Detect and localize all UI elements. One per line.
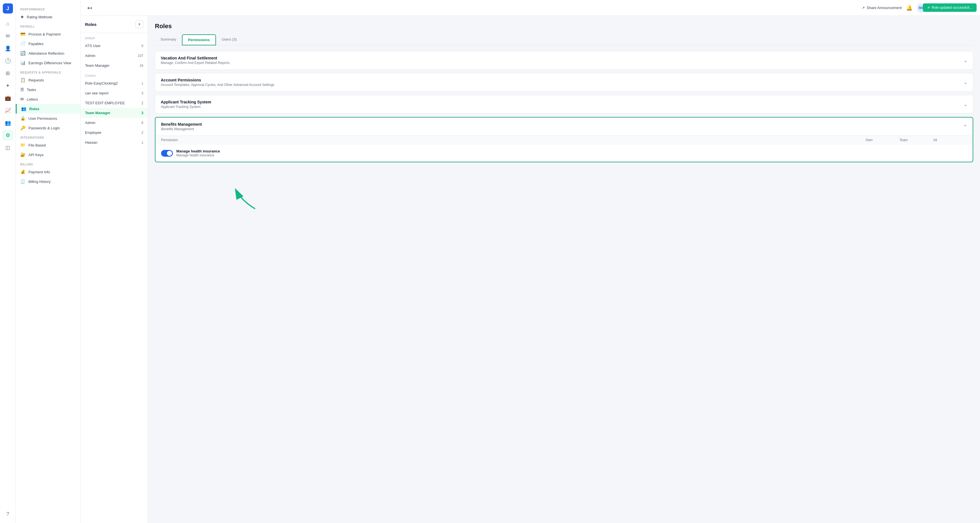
perm-desc-health-insurance: Manage health insurance (176, 153, 220, 157)
share-icon: ↗ (862, 6, 865, 10)
sidebar-item-letters[interactable]: ✉ Letters (16, 94, 80, 104)
role-count: 3 (142, 111, 143, 115)
add-role-button[interactable]: + (135, 20, 143, 28)
nav-mail[interactable]: ✉ (2, 30, 14, 42)
nav-chart[interactable]: 📈 (2, 105, 14, 116)
role-item-team-manager[interactable]: Team Manager 24 (81, 61, 148, 70)
roles-icon: 👥 (21, 106, 27, 111)
role-name: Hassan (85, 140, 97, 145)
sidebar-item-rating-methods[interactable]: ★ Rating Methods (16, 12, 80, 22)
roles-panel: Roles + Default ATS User 0 Admin 107 Tea… (81, 16, 148, 523)
role-item-team-manager-custom[interactable]: Team Manager 3 (81, 108, 148, 118)
role-count: 1 (142, 81, 143, 85)
perm-section-benefits-title: Benefits Management (161, 122, 202, 126)
perm-section-benefits: Benefits Management Benefits Management … (155, 117, 973, 162)
sidebar-item-tasks[interactable]: ☰ Tasks (16, 85, 80, 94)
nav-grid[interactable]: ⊞ (2, 68, 14, 79)
perm-section-account-sub: Account Templates, Approval Cycles, And … (161, 83, 274, 87)
perm-section-vacation-sub: Manage, Confirm And Export Related Repor… (161, 61, 229, 65)
tab-summary[interactable]: Summary (155, 34, 182, 45)
payables-icon: 📄 (20, 41, 25, 46)
sidebar-section-billing: BILLING (16, 159, 80, 167)
health-insurance-toggle[interactable] (161, 150, 173, 157)
nav-help[interactable]: ? (2, 509, 14, 520)
header-left: ↤ (87, 5, 92, 11)
lock-icon: 🔒 (20, 116, 25, 121)
sidebar-item-billing-history[interactable]: 🧾 Billing History (16, 177, 80, 186)
nav-home[interactable]: ⌂ (2, 18, 14, 29)
toast-notification: ✔ Role updated successfull... (923, 3, 977, 12)
nav-modules[interactable]: ◫ (2, 142, 14, 153)
nav-people[interactable]: 👥 (2, 117, 14, 129)
role-item-employee[interactable]: Employee 2 (81, 128, 148, 137)
role-name: Admin (85, 54, 95, 58)
sidebar-item-process-payment[interactable]: 💳 Process & Payment (16, 29, 80, 39)
app-logo[interactable]: J (3, 3, 13, 14)
perm-section-account: Account Permissions Account Templates, A… (155, 73, 973, 92)
perm-row-health-insurance: Manage health insurance Manage health in… (156, 144, 973, 162)
role-item-easyclocking2[interactable]: Role EasyClocking2 1 (81, 78, 148, 88)
role-count: 3 (142, 91, 143, 95)
role-count: 2 (142, 101, 143, 105)
key-icon: 🔑 (20, 125, 25, 131)
nav-rocket[interactable]: ✦ (2, 80, 14, 91)
role-name: Employee (85, 131, 101, 135)
role-item-hassan[interactable]: Hassan 1 (81, 137, 148, 147)
role-item-can-see-report[interactable]: can see report 3 (81, 88, 148, 98)
attendance-icon: 🔄 (20, 51, 25, 56)
arrow-annotation (230, 183, 264, 212)
role-name: Team Manager (85, 64, 110, 68)
role-count: 0 (142, 44, 143, 48)
tabs: Summary Permissions Users (3) (155, 34, 973, 45)
sidebar-item-payment-info[interactable]: 💰 Payment Info (16, 167, 80, 177)
nav-briefcase[interactable]: 💼 (2, 92, 14, 104)
role-item-test-edit-employee[interactable]: TEST EDIT EMPLOYEE 2 (81, 98, 148, 108)
role-item-admin-custom[interactable]: Admin 6 (81, 118, 148, 128)
share-announcement-button[interactable]: ↗ Share Announcement (862, 6, 902, 10)
detail-panel: Roles Summary Permissions Users (3) Vaca… (148, 16, 980, 523)
sidebar-item-passwords[interactable]: 🔑 Passwords & Login (16, 123, 80, 133)
role-count: 107 (138, 54, 143, 58)
sidebar-item-user-permissions[interactable]: 🔒 User Permissions (16, 113, 80, 123)
role-count: 24 (140, 64, 143, 68)
payment-info-icon: 💰 (20, 169, 25, 174)
roles-panel-header: Roles + (81, 16, 148, 33)
perm-section-account-title: Account Permissions (161, 78, 274, 82)
sidebar-item-file-based[interactable]: 📁 File Based (16, 140, 80, 150)
sidebar-item-requests[interactable]: 📋 Requests (16, 75, 80, 85)
col-own: Own (865, 138, 899, 142)
icon-bar: J ⌂ ✉ 👤 🕐 ⊞ ✦ 💼 📈 👥 ⚙ ◫ ? (0, 0, 16, 523)
role-count: 6 (142, 121, 143, 125)
sidebar-item-payables[interactable]: 📄 Payables (16, 39, 80, 48)
main-area: ↤ ↗ Share Announcement 🔔 MA Mohammed Ahm… (81, 0, 980, 523)
sidebar-item-attendance[interactable]: 🔄 Attendance Reflection (16, 48, 80, 58)
roles-list: Default ATS User 0 Admin 107 Team Manage… (81, 33, 148, 523)
tab-users[interactable]: Users (3) (216, 34, 242, 45)
chevron-down-icon: ⌄ (964, 80, 967, 85)
sidebar-item-earnings-diff[interactable]: 📊 Earnings Differences View (16, 58, 80, 68)
perm-section-benefits-header[interactable]: Benefits Management Benefits Management … (156, 118, 973, 136)
sidebar-item-api-keys[interactable]: 🔐 API Keys (16, 150, 80, 159)
col-all: All (933, 138, 967, 142)
roles-section-custom: Custom (81, 70, 148, 78)
role-name: Team Manager (85, 111, 110, 115)
nav-settings[interactable]: ⚙ (2, 130, 14, 141)
role-item-ats-user[interactable]: ATS User 0 (81, 41, 148, 51)
role-name: TEST EDIT EMPLOYEE (85, 101, 125, 105)
sidebar-item-roles[interactable]: 👥 Roles (16, 104, 80, 113)
perm-table-header: Permission Own Team All (156, 136, 973, 144)
role-name: Admin (85, 121, 95, 125)
role-name: ATS User (85, 44, 100, 48)
billing-icon: 🧾 (20, 179, 25, 184)
role-item-admin[interactable]: Admin 107 (81, 51, 148, 61)
perm-section-account-header[interactable]: Account Permissions Account Templates, A… (155, 73, 973, 91)
api-icon: 🔐 (20, 152, 25, 157)
nav-user[interactable]: 👤 (2, 43, 14, 54)
notification-button[interactable]: 🔔 (906, 5, 912, 11)
perm-name-health-insurance: Manage health insurance (176, 149, 220, 153)
nav-clock[interactable]: 🕐 (2, 55, 14, 67)
perm-section-ats-header[interactable]: Applicant Tracking System Applicant Trac… (155, 95, 973, 113)
back-button[interactable]: ↤ (87, 5, 92, 11)
tab-permissions[interactable]: Permissions (182, 34, 216, 45)
perm-section-vacation-header[interactable]: Vacation And Final Settlement Manage, Co… (155, 51, 973, 69)
